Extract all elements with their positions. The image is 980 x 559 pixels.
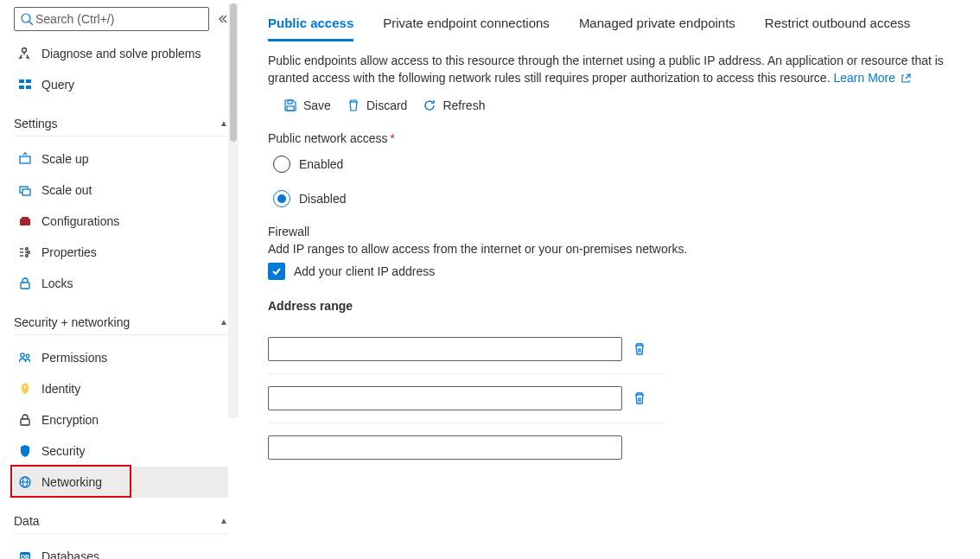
scaleup-icon (17, 151, 33, 167)
tab-restrict-outbound-access[interactable]: Restrict outbound access (765, 10, 910, 41)
nav-item-label: Scale out (41, 183, 225, 197)
nav-item-label: Encryption (41, 413, 225, 427)
search-icon (20, 12, 34, 26)
radio-disabled[interactable]: Disabled (273, 190, 964, 207)
nav-item-databases[interactable]: DBDatabases (14, 541, 228, 559)
radio-enabled[interactable]: Enabled (273, 156, 964, 173)
checkbox-icon (268, 263, 285, 280)
svg-rect-15 (21, 283, 29, 289)
perm-icon (17, 350, 33, 365)
svg-point-16 (21, 353, 24, 357)
section-title: Security + networking (14, 315, 130, 329)
address-range-input[interactable] (268, 435, 622, 460)
add-client-ip-checkbox[interactable]: Add your client IP address (268, 263, 964, 280)
toolbar: Save Discard Refresh (283, 98, 964, 112)
sidebar-scrollbar[interactable] (228, 3, 239, 418)
nav-item-permissions[interactable]: Permissions (14, 342, 228, 373)
svg-point-0 (22, 14, 30, 22)
chevron-up-icon: ▲ (220, 118, 228, 128)
db-icon: DB (17, 549, 33, 559)
svg-rect-5 (19, 86, 24, 89)
svg-rect-11 (22, 217, 29, 219)
section-header-settings[interactable]: Settings▲ (14, 111, 228, 137)
svg-rect-4 (26, 79, 31, 83)
section-header-security-networking[interactable]: Security + networking▲ (14, 309, 228, 335)
nav-item-properties[interactable]: Properties (14, 237, 228, 268)
delete-row-button[interactable] (633, 391, 646, 405)
address-range-row (268, 423, 665, 472)
nav-item-label: Permissions (41, 351, 225, 365)
save-icon (283, 98, 297, 112)
encrypt-icon (17, 412, 33, 428)
radio-icon (273, 156, 290, 173)
svg-point-12 (26, 248, 29, 251)
nav-item-query[interactable]: Query (14, 69, 228, 100)
nav-item-scale-up[interactable]: Scale up (14, 143, 228, 175)
svg-point-2 (22, 48, 27, 53)
trash-icon (633, 342, 646, 356)
nav-item-networking[interactable]: Networking (14, 467, 228, 498)
svg-rect-19 (21, 419, 29, 425)
nav-item-security[interactable]: Security (14, 435, 228, 467)
config-icon (17, 213, 33, 229)
collapse-sidebar-icon[interactable] (216, 13, 228, 25)
nav-item-label: Query (41, 78, 225, 92)
svg-rect-3 (19, 79, 24, 83)
svg-rect-25 (287, 106, 294, 111)
section-title: Data (14, 514, 40, 528)
svg-text:DB: DB (21, 554, 29, 559)
nav-item-label: Identity (41, 382, 225, 396)
nav-item-label: Databases (41, 549, 225, 559)
radio-label: Enabled (299, 157, 343, 171)
nav-item-configurations[interactable]: Configurations (14, 206, 228, 237)
props-icon (17, 245, 33, 260)
radio-icon (273, 190, 290, 207)
chevron-up-icon: ▲ (220, 516, 228, 525)
address-range-input[interactable] (268, 386, 622, 410)
nav-item-scale-out[interactable]: Scale out (14, 175, 228, 206)
save-button[interactable]: Save (283, 98, 331, 112)
nav-item-diagnose-and-solve-problems[interactable]: Diagnose and solve problems (14, 38, 228, 69)
nav-item-label: Properties (41, 245, 225, 259)
nav-item-label: Locks (41, 276, 225, 290)
svg-line-1 (29, 22, 33, 25)
discard-button[interactable]: Discard (347, 98, 407, 112)
scaleout-icon (17, 182, 33, 198)
address-range-row (268, 374, 665, 423)
svg-point-17 (26, 354, 29, 358)
external-link-icon (900, 73, 911, 84)
radio-label: Disabled (299, 192, 346, 206)
description-text: Public endpoints allow access to this re… (268, 52, 951, 86)
sidebar-search[interactable] (14, 7, 209, 31)
identity-icon (17, 381, 33, 397)
learn-more-link[interactable]: Learn More (833, 71, 910, 85)
sidebar-search-input[interactable] (34, 11, 203, 27)
refresh-icon (423, 98, 436, 112)
sidebar: Diagnose and solve problemsQuery Setting… (0, 0, 239, 559)
trash-icon (633, 391, 646, 405)
refresh-button[interactable]: Refresh (423, 98, 485, 112)
nav-item-label: Configurations (41, 214, 225, 228)
delete-row-button[interactable] (633, 342, 646, 356)
address-range-input[interactable] (268, 337, 622, 361)
firewall-hint: Add IP ranges to allow access from the i… (268, 242, 964, 256)
svg-rect-7 (20, 156, 30, 163)
tab-public-access[interactable]: Public access (268, 10, 353, 41)
section-title: Settings (14, 117, 58, 130)
nav-item-locks[interactable]: Locks (14, 268, 228, 299)
nav-item-label: Diagnose and solve problems (41, 47, 225, 60)
nav-item-encryption[interactable]: Encryption (14, 404, 228, 435)
svg-point-18 (24, 386, 27, 389)
nav-item-identity[interactable]: Identity (14, 373, 228, 404)
svg-point-14 (26, 255, 29, 257)
nav-item-label: Scale up (41, 152, 225, 166)
public-network-radio-group: EnabledDisabled (273, 156, 964, 207)
section-header-data[interactable]: Data▲ (14, 508, 228, 534)
address-range-row (268, 325, 665, 374)
chevron-up-icon: ▲ (220, 317, 228, 327)
locks-icon (17, 276, 33, 291)
main-panel: Public accessPrivate endpoint connection… (239, 0, 980, 559)
tab-private-endpoint-connections[interactable]: Private endpoint connections (383, 10, 550, 41)
nav-item-label: Security (41, 444, 225, 458)
tab-managed-private-endpoints[interactable]: Managed private endpoints (579, 10, 735, 41)
